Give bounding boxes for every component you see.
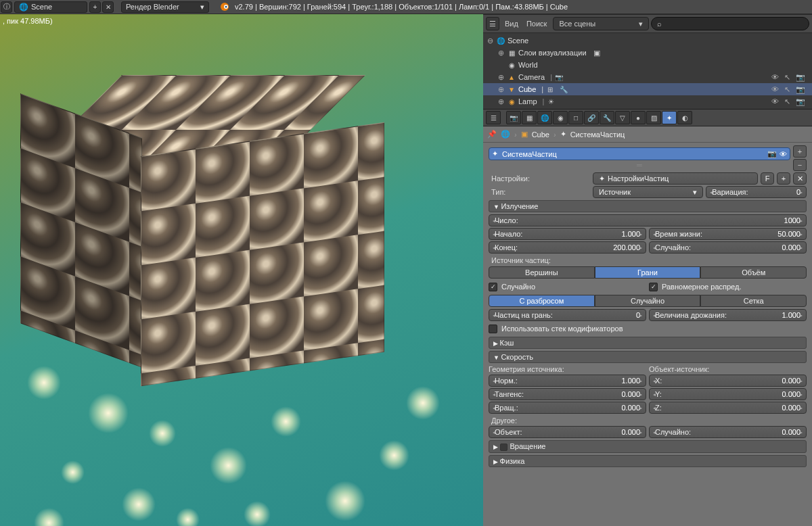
tab-object[interactable]: □ bbox=[568, 111, 583, 124]
properties-breadcrumb: 📌 🌐 › ▣ Cube › ✦ СистемаЧастиц bbox=[483, 126, 812, 143]
tab-renderlayers[interactable]: ▦ bbox=[522, 111, 537, 124]
tab-data[interactable]: ▽ bbox=[615, 111, 630, 124]
tangent-field[interactable]: ◂Тангенс:0.000▸ bbox=[489, 388, 646, 400]
editor-type-icon[interactable]: ⓘ bbox=[1, 1, 12, 13]
jitter-amount-field[interactable]: ◂Величина дрожания:1.000▸ bbox=[649, 309, 807, 321]
outliner-renderlayers-row[interactable]: ⊕▦ Слои визуализации ▣ bbox=[483, 47, 812, 59]
lifetime-field[interactable]: ◂Время жизни:50.000▸ bbox=[649, 228, 807, 240]
settings-new-button[interactable]: F bbox=[761, 172, 774, 185]
normal-field[interactable]: ◂Норм.:1.000▸ bbox=[489, 375, 646, 387]
object-vel-field[interactable]: ◂Объект:0.000▸ bbox=[489, 426, 646, 438]
remove-psys-button[interactable]: − bbox=[793, 159, 807, 171]
outliner-view-menu[interactable]: Вид bbox=[505, 20, 518, 28]
viewport-status-text: , пик 47.98МБ) bbox=[3, 17, 53, 25]
cache-section-header[interactable]: Кэш bbox=[489, 337, 807, 349]
outliner-world-row[interactable]: ◉ World bbox=[483, 59, 812, 71]
outliner-camera-row[interactable]: ⊕▲ Camera |📷 👁↖📷 bbox=[483, 71, 812, 83]
tab-modifiers[interactable]: 🔧 bbox=[600, 111, 614, 124]
mesh-icon: ▼ bbox=[506, 84, 517, 95]
tab-particles[interactable]: ✦ bbox=[662, 111, 677, 124]
start-field[interactable]: ◂Начало:1.000▸ bbox=[489, 228, 646, 240]
random-checkbox[interactable]: ✓Случайно bbox=[489, 281, 646, 293]
scene-add-button[interactable]: + bbox=[89, 1, 101, 13]
render-icon[interactable]: 📷 bbox=[796, 73, 805, 82]
pin-icon[interactable]: 📌 bbox=[487, 130, 497, 139]
number-field[interactable]: ◂Число:1000▸ bbox=[489, 214, 807, 226]
tab-world[interactable]: ◉ bbox=[553, 111, 568, 124]
rotation-field[interactable]: ◂Вращ.:0.000▸ bbox=[489, 402, 646, 414]
emission-section-header[interactable]: Излучение bbox=[489, 200, 807, 212]
emit-volume-button[interactable]: Объём bbox=[700, 266, 807, 279]
outliner-search-menu[interactable]: Поиск bbox=[526, 20, 547, 28]
use-modifier-stack-checkbox[interactable]: Использовать стек модификаторов bbox=[489, 322, 623, 335]
outliner-tree[interactable]: ⊖🌐 Scene ⊕▦ Слои визуализации ▣ ◉ World … bbox=[483, 33, 812, 109]
particle-system-list-item[interactable]: ✦ СистемаЧастиц 📷👁 bbox=[489, 147, 790, 160]
tab-material[interactable]: ● bbox=[631, 111, 646, 124]
other-label: Другое: bbox=[491, 416, 807, 425]
outliner-cube-row[interactable]: ⊕▼ Cube |⊞🔧 👁↖📷 bbox=[483, 83, 812, 95]
object-z-field[interactable]: ◂Z:0.000▸ bbox=[649, 402, 807, 414]
end-field[interactable]: ◂Конец:200.000▸ bbox=[489, 241, 646, 254]
settings-name-field[interactable]: ✦НастройкиЧастиц bbox=[593, 172, 758, 185]
random-vel-field[interactable]: ◂Случайно:0.000▸ bbox=[649, 426, 807, 438]
physics-section-header[interactable]: Физика bbox=[489, 455, 807, 467]
velocity-section-header[interactable]: Скорость bbox=[489, 351, 807, 363]
render-engine-dropdown[interactable]: Рендер Blender▾ bbox=[121, 1, 209, 13]
outliner-editor-icon[interactable]: ☰ bbox=[486, 17, 499, 30]
scene-stats: v2.79 | Вершин:792 | Граней:594 | Треуг.… bbox=[235, 3, 568, 11]
tab-constraints[interactable]: 🔗 bbox=[584, 111, 599, 124]
object-x-field[interactable]: ◂X:0.000▸ bbox=[649, 375, 807, 387]
visibility-icon[interactable]: 👁 bbox=[771, 73, 779, 82]
eye-icon[interactable]: 👁 bbox=[780, 150, 787, 158]
emit-verts-button[interactable]: Вершины bbox=[489, 266, 595, 279]
scene-icon: 🌐 bbox=[495, 35, 506, 46]
lamp-icon: ◉ bbox=[506, 96, 517, 107]
add-psys-button[interactable]: + bbox=[793, 145, 807, 158]
outliner-search-input[interactable]: ⌕ bbox=[651, 17, 809, 30]
scene-dropdown[interactable]: 🌐Scene bbox=[14, 1, 87, 13]
outliner-filter-dropdown[interactable]: Все сцены▾ bbox=[553, 17, 649, 30]
scene-remove-button[interactable]: ✕ bbox=[102, 1, 114, 13]
outliner-header: ☰ Вид Поиск Все сцены▾ ⌕ bbox=[483, 14, 812, 33]
image-editor-viewport[interactable]: , пик 47.98МБ) bbox=[0, 14, 483, 526]
dist-jittered-button[interactable]: С разбросом bbox=[489, 295, 595, 307]
type-label: Тип: bbox=[489, 188, 590, 196]
lifetime-random-field[interactable]: ◂Случайно:0.000▸ bbox=[649, 241, 807, 254]
dist-grid-button[interactable]: Сетка bbox=[700, 295, 807, 307]
properties-editor-icon[interactable]: ☰ bbox=[486, 111, 501, 124]
type-dropdown[interactable]: Источник▾ bbox=[593, 186, 703, 198]
crumb-cube[interactable]: Cube bbox=[532, 130, 549, 139]
particles-icon: ✦ bbox=[492, 149, 498, 158]
outliner-lamp-row[interactable]: ⊕◉ Lamp |☀ 👁↖📷 bbox=[483, 95, 812, 107]
distribution-buttons: С разбросом Случайно Сетка bbox=[489, 295, 807, 307]
tab-physics[interactable]: ◐ bbox=[677, 111, 692, 124]
settings-add-button[interactable]: + bbox=[777, 172, 790, 185]
tab-render[interactable]: 📷 bbox=[506, 111, 521, 124]
search-icon: ⌕ bbox=[657, 20, 662, 28]
outliner-scene-row[interactable]: ⊖🌐 Scene bbox=[483, 34, 812, 47]
scene-icon: 🌐 bbox=[501, 130, 510, 139]
source-label: Источник частиц: bbox=[491, 256, 807, 264]
properties-panel[interactable]: ✦ СистемаЧастиц 📷👁 ═ + − Настройки: ✦Нас… bbox=[483, 143, 812, 526]
tab-scene[interactable]: 🌐 bbox=[537, 111, 552, 124]
tab-texture[interactable]: ▨ bbox=[646, 111, 661, 124]
emit-faces-button[interactable]: Грани bbox=[595, 266, 701, 279]
settings-unlink-button[interactable]: ✕ bbox=[793, 172, 807, 185]
emitter-geometry-label: Геометрия источника: bbox=[489, 365, 646, 373]
list-resize-handle[interactable]: ═ bbox=[489, 162, 790, 168]
cursor-icon[interactable]: ↖ bbox=[784, 73, 790, 82]
settings-label: Настройки: bbox=[489, 174, 590, 183]
rendered-cube bbox=[41, 75, 365, 386]
renderlayers-extra-icon[interactable]: ▣ bbox=[593, 49, 600, 57]
rotation-section-header[interactable]: Вращение bbox=[489, 440, 807, 453]
even-distribution-checkbox[interactable]: ✓Равномерное распред. bbox=[649, 281, 807, 293]
dist-random-button[interactable]: Случайно bbox=[595, 295, 701, 307]
render-toggle-icon[interactable]: 📷 bbox=[767, 149, 777, 158]
top-info-bar: ⓘ 🌐Scene + ✕ Рендер Blender▾ v2.79 | Вер… bbox=[0, 0, 812, 14]
seed-field[interactable]: ◂Вариация:0▸ bbox=[706, 186, 807, 198]
crumb-psys[interactable]: СистемаЧастиц bbox=[570, 130, 625, 139]
particles-per-face-field[interactable]: ◂Частиц на грань:0▸ bbox=[489, 309, 646, 321]
world-icon: ◉ bbox=[506, 59, 517, 70]
object-y-field[interactable]: ◂Y:0.000▸ bbox=[649, 388, 807, 400]
cube-icon: ▣ bbox=[521, 130, 528, 139]
